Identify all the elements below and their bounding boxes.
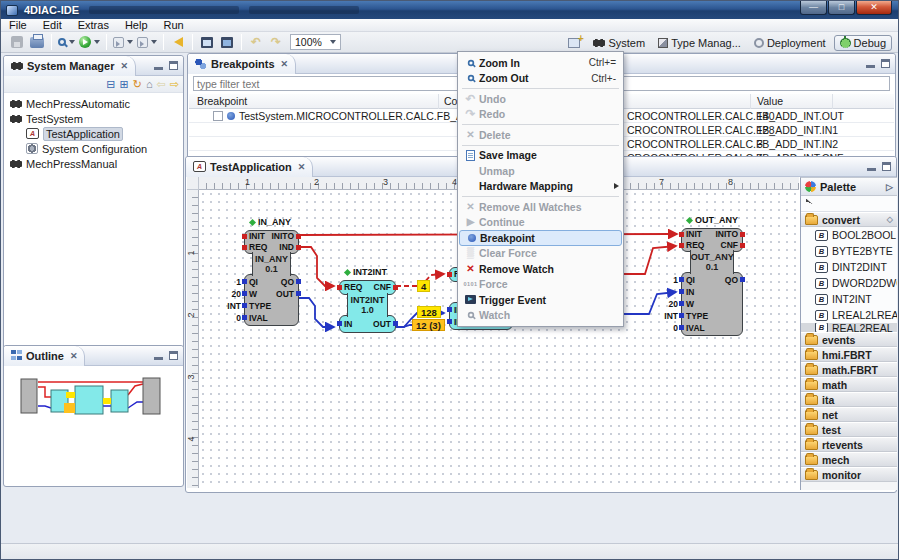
step-over-button[interactable] [135, 33, 159, 51]
connection-cnf-req2[interactable] [616, 246, 676, 274]
back-icon[interactable]: ⇦ [157, 79, 166, 90]
search-button[interactable] [56, 33, 77, 51]
menu-item-breakpoint[interactable]: Breakpoint [459, 230, 622, 246]
watch-row[interactable]: CROCONTROLLER.CALC.FB_ADD_INT.IN1128 [627, 123, 749, 136]
menu-item-remove-all-watches[interactable]: ✕Remove All Watches [459, 199, 622, 215]
palette-category-math[interactable]: math [801, 377, 897, 392]
menu-help[interactable]: Help [117, 19, 156, 31]
expand-all-icon[interactable]: ⊞ [119, 79, 128, 90]
minimize-view-icon[interactable] [154, 61, 163, 70]
save-button[interactable] [7, 33, 27, 51]
minimize-view-icon[interactable] [154, 351, 163, 360]
refresh-icon[interactable]: ↻ [133, 79, 142, 90]
menu-item-watch[interactable]: Watch [459, 308, 622, 324]
maximize-view-icon[interactable] [169, 351, 178, 360]
column-breakpoint[interactable]: Breakpoint [197, 95, 247, 107]
outline-thumbnail[interactable] [5, 366, 182, 485]
close-icon[interactable]: ✕ [279, 59, 289, 69]
open-perspective-button[interactable] [563, 37, 585, 49]
menu-item-hardware-mapping[interactable]: Hardware Mapping [459, 179, 622, 195]
menu-item-remove-watch[interactable]: ✕Remove Watch [459, 261, 622, 277]
perspective-system[interactable]: System [588, 36, 650, 50]
tree-item-testsystem[interactable]: TestSystem [4, 111, 183, 126]
tab-system-manager[interactable]: System Manager ✕ [4, 56, 136, 76]
palette-item[interactable]: BREAL2REAL [801, 323, 897, 332]
close-icon[interactable]: ✕ [118, 61, 128, 71]
palette-header[interactable]: Palette ▷ [801, 178, 897, 196]
maximize-view-icon[interactable] [882, 162, 891, 171]
minimize-button[interactable]: — [800, 1, 827, 15]
maximize-button[interactable]: □ [828, 1, 855, 15]
redo-button[interactable]: ↷ [266, 33, 286, 51]
palette-collapse-icon[interactable]: ▷ [886, 182, 893, 192]
menu-edit[interactable]: Edit [35, 19, 70, 31]
fb-int2int-1[interactable]: INT2INT REQCNF INT2INT1.0 INOUT [339, 280, 396, 333]
new-editor-button[interactable] [217, 33, 237, 51]
column-value[interactable]: Value [757, 95, 783, 107]
close-button[interactable]: ✕ [856, 1, 892, 15]
tree-item-testapplication[interactable]: ATestApplication [4, 126, 183, 141]
maximize-view-icon[interactable] [881, 59, 890, 68]
watch-row[interactable]: CROCONTROLLER.CALC.FB_ADD_INT.OUT140 [627, 109, 749, 122]
minimize-view-icon[interactable] [866, 59, 875, 68]
menu-item-zoom-in[interactable]: Zoom InCtrl+= [459, 55, 622, 71]
close-icon[interactable]: ✕ [68, 351, 78, 361]
tab-breakpoints[interactable]: Breakpoints ✕ [188, 54, 296, 74]
palette-item[interactable]: BDINT2DINT [801, 259, 897, 275]
tree-item-mechpressautomatic[interactable]: MechPressAutomatic [4, 96, 183, 111]
palette-category-ita[interactable]: ita [801, 392, 897, 407]
forward-icon[interactable]: ⇨ [170, 79, 179, 90]
palette-selection-tool[interactable] [801, 196, 897, 212]
menu-item-trigger-event[interactable]: Trigger Event [459, 292, 622, 308]
palette-category-test[interactable]: test [801, 422, 897, 437]
import-button[interactable] [168, 33, 188, 51]
breakpoint-row[interactable]: TestSystem.MICROCONTROLLER.CALC.FB_ADD_I… [189, 109, 501, 122]
menu-item-unmap[interactable]: Unmap [459, 163, 622, 179]
close-icon[interactable]: ✕ [296, 162, 306, 172]
tree-item-system-configuration[interactable]: System Configuration [4, 141, 183, 156]
palette-category-net[interactable]: net [801, 407, 897, 422]
run-button[interactable] [77, 33, 102, 51]
palette-category-math-fbrt[interactable]: math.FBRT [801, 362, 897, 377]
connection-ind-req[interactable] [299, 247, 334, 286]
menu-item-force[interactable]: 0101Force [459, 277, 622, 293]
menu-run[interactable]: Run [156, 19, 192, 31]
tree-item-mechpressmanual[interactable]: MechPressManual [4, 156, 183, 171]
tab-testapplication[interactable]: A TestApplication ✕ [186, 157, 313, 177]
tab-outline[interactable]: Outline ✕ [4, 346, 85, 366]
print-button[interactable] [27, 33, 47, 51]
palette-category-hmi-fbrt[interactable]: hmi.FBRT [801, 347, 897, 362]
palette-item[interactable]: BLREAL2LREAL [801, 307, 897, 323]
maximize-view-icon[interactable] [169, 61, 178, 70]
palette-category-convert[interactable]: convert◇ [801, 212, 897, 227]
palette-item[interactable]: BINT2INT [801, 291, 897, 307]
minimize-view-icon[interactable] [867, 162, 876, 171]
collapse-all-icon[interactable]: ⊟ [106, 79, 115, 90]
palette-item[interactable]: BBOOL2BOOL [801, 227, 897, 243]
fb-in-any[interactable]: IN_ANY INITINITO REQIND IN_ANY0.1 1QIQO … [244, 230, 299, 326]
palette-category-rtevents[interactable]: rtevents [801, 437, 897, 452]
menu-item-redo[interactable]: ↷Redo [459, 107, 622, 123]
watch-row[interactable]: CROCONTROLLER.CALC.FB_ADD_INT.IN23 [627, 137, 749, 150]
menu-item-clear-force[interactable]: ▒Clear Force [459, 246, 622, 262]
undo-button[interactable]: ↶ [246, 33, 266, 51]
menu-item-delete[interactable]: ✕Delete [459, 127, 622, 143]
perspective-type-management[interactable]: Type Manag... [653, 36, 746, 50]
home-icon[interactable]: ⌂ [146, 79, 153, 90]
menu-item-save-image[interactable]: Save Image [459, 148, 622, 164]
new-window-button[interactable] [197, 33, 217, 51]
menu-item-continue[interactable]: ▶Continue [459, 215, 622, 231]
step-into-button[interactable] [111, 33, 135, 51]
breakpoints-filter-input[interactable] [193, 76, 459, 91]
fb-out-any[interactable]: OUT_ANY INITINITO REQCNF OUT_ANY0.1 1QIQ… [681, 228, 743, 336]
perspective-debug[interactable]: Debug [834, 35, 892, 51]
menu-file[interactable]: File [1, 19, 35, 31]
connection-out-in[interactable] [299, 298, 334, 327]
checkbox-icon[interactable] [213, 111, 223, 121]
menu-item-zoom-out[interactable]: Zoom OutCtrl+- [459, 71, 622, 87]
palette-category-events[interactable]: events [801, 332, 897, 347]
menu-item-undo[interactable]: ↶Undo [459, 91, 622, 107]
menu-extras[interactable]: Extras [70, 19, 117, 31]
perspective-deployment[interactable]: Deployment [749, 36, 831, 50]
palette-category-monitor[interactable]: monitor [801, 467, 897, 482]
